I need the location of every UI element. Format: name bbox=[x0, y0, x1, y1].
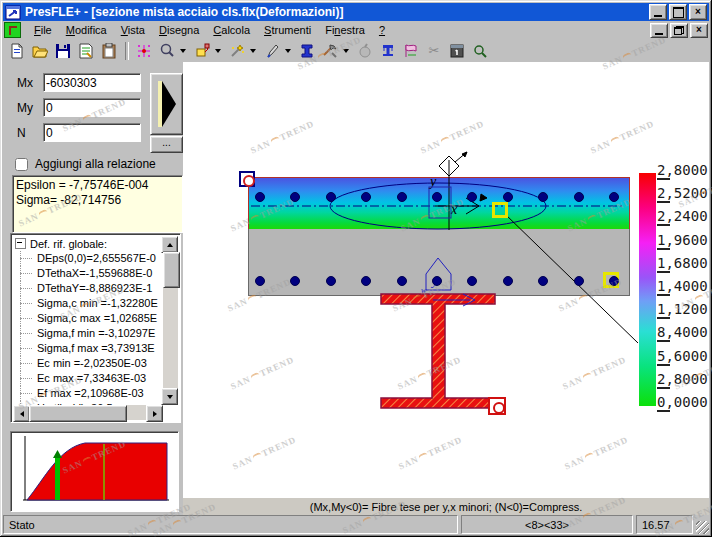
point-icon[interactable] bbox=[133, 41, 155, 61]
tree-item[interactable]: Ef max =2,10968E-03 bbox=[13, 386, 163, 401]
press-icon[interactable] bbox=[377, 41, 399, 61]
menu-item-calcola[interactable]: Calcola bbox=[206, 22, 257, 38]
cut-icon[interactable]: ✂ bbox=[423, 41, 445, 61]
zoom-icon[interactable] bbox=[156, 41, 178, 61]
arrow-left-icon bbox=[20, 411, 24, 417]
collapse-icon[interactable] bbox=[15, 238, 26, 249]
scale-tick bbox=[657, 364, 670, 366]
tree-item[interactable]: Sigma,c max =1,02685E bbox=[13, 311, 163, 326]
save-icon[interactable] bbox=[52, 41, 74, 61]
my-field[interactable] bbox=[43, 98, 141, 117]
open-icon[interactable] bbox=[29, 41, 51, 61]
selected-fiber-marker[interactable] bbox=[492, 202, 508, 218]
layers-icon[interactable] bbox=[191, 41, 213, 61]
mx-field[interactable] bbox=[43, 73, 141, 92]
pen-icon[interactable] bbox=[261, 41, 283, 61]
rebar-dot[interactable] bbox=[432, 276, 442, 286]
rebar-dot[interactable] bbox=[574, 192, 584, 202]
child-close-button[interactable]: × bbox=[690, 23, 708, 38]
window-icon[interactable] bbox=[446, 41, 468, 61]
horizontal-scrollbar[interactable] bbox=[13, 405, 163, 420]
resize-grip[interactable] bbox=[696, 521, 709, 534]
tree-item[interactable]: DTethaY=-8,886923E-1 bbox=[13, 281, 163, 296]
status-bar: Stato <8><33> 16.57 bbox=[3, 515, 709, 534]
steel-section-icon[interactable] bbox=[296, 41, 318, 61]
menu-item-disegna[interactable]: Disegna bbox=[152, 22, 206, 38]
rebar-dot[interactable] bbox=[503, 276, 513, 286]
rebar-dot[interactable] bbox=[609, 192, 619, 202]
paste-icon[interactable] bbox=[98, 41, 120, 61]
menu-item-strumenti[interactable]: Strumenti bbox=[257, 22, 318, 38]
rebar-dot[interactable] bbox=[503, 192, 513, 202]
tree-item[interactable]: Sigma,f min =-3,10297E bbox=[13, 326, 163, 341]
rebar-dot[interactable] bbox=[432, 192, 442, 202]
vertical-scrollbar[interactable] bbox=[163, 236, 178, 405]
child-restore-button[interactable] bbox=[670, 23, 688, 38]
dropdown-arrow-icon[interactable] bbox=[285, 49, 291, 53]
scale-value: 5,6000 bbox=[657, 348, 708, 364]
document-icon[interactable] bbox=[4, 22, 21, 38]
vertical-scroll-thumb[interactable] bbox=[163, 252, 180, 288]
scale-tick bbox=[657, 340, 670, 342]
max-stress-marker-circle bbox=[493, 402, 505, 414]
n-field[interactable] bbox=[43, 123, 141, 142]
menu-item-vista[interactable]: Vista bbox=[114, 22, 152, 38]
tree-item[interactable]: Ec max =7,33463E-03 bbox=[13, 371, 163, 386]
rebar-dot[interactable] bbox=[326, 276, 336, 286]
tools-icon[interactable] bbox=[319, 41, 341, 61]
rebar-dot[interactable] bbox=[397, 276, 407, 286]
calc-icon[interactable] bbox=[354, 41, 376, 61]
max-stress-marker[interactable] bbox=[488, 397, 506, 415]
rebar-dot[interactable] bbox=[609, 276, 619, 286]
find-icon[interactable] bbox=[469, 41, 491, 61]
close-button[interactable]: × bbox=[689, 4, 707, 20]
menu-item-modifica[interactable]: Modifica bbox=[59, 22, 114, 38]
tree-item[interactable]: Ec min =-2,02350E-03 bbox=[13, 356, 163, 371]
rebar-dot[interactable] bbox=[397, 192, 407, 202]
arrow-up-icon bbox=[167, 243, 173, 247]
add-to-report-checkbox[interactable] bbox=[15, 158, 28, 171]
restore-icon bbox=[674, 26, 684, 35]
tree-item[interactable]: DEps(0,0)=2,655567E-0 bbox=[13, 251, 163, 266]
wand-icon[interactable] bbox=[226, 41, 248, 61]
sketch-icon[interactable] bbox=[400, 41, 422, 61]
dropdown-arrow-icon[interactable] bbox=[180, 49, 186, 53]
tree-item[interactable]: Sigma,c min =-1,32280E bbox=[13, 296, 163, 311]
tree-item[interactable]: Sigma,f max =3,73913E bbox=[13, 341, 163, 356]
scale-tick bbox=[657, 294, 670, 296]
run-button[interactable] bbox=[150, 73, 183, 135]
n-label: N bbox=[3, 126, 43, 140]
arrow-right-icon bbox=[153, 411, 157, 417]
menu-item-[interactable]: ? bbox=[372, 22, 392, 38]
dropdown-arrow-icon[interactable] bbox=[250, 49, 256, 53]
status-cell-coords: <8><33> bbox=[461, 515, 633, 534]
menu-item-file[interactable]: File bbox=[27, 22, 59, 38]
steel-beam bbox=[381, 294, 495, 408]
maximize-button[interactable] bbox=[669, 4, 687, 20]
more-button[interactable]: ... bbox=[150, 136, 183, 153]
origin-marker[interactable] bbox=[239, 171, 255, 187]
menu-item-finestra[interactable]: Finestra bbox=[318, 22, 372, 38]
rebar-dot[interactable] bbox=[574, 276, 584, 286]
scroll-left-button[interactable] bbox=[13, 405, 30, 422]
tree-item[interactable]: DTethaX=-1,559688E-0 bbox=[13, 266, 163, 281]
scroll-right-button[interactable] bbox=[146, 405, 163, 422]
tree-root[interactable]: Def. rif. globale: bbox=[13, 236, 163, 251]
rebar-dot[interactable] bbox=[255, 276, 265, 286]
dropdown-arrow-icon[interactable] bbox=[215, 49, 221, 53]
left-panel: Mx My N ... Aggiungi alla relazione Epsi… bbox=[3, 62, 183, 515]
new-icon[interactable] bbox=[6, 41, 28, 61]
dropdown-arrow-icon[interactable] bbox=[343, 49, 349, 53]
scroll-down-button[interactable] bbox=[161, 388, 178, 405]
rebar-dot[interactable] bbox=[326, 192, 336, 202]
child-minimize-button[interactable] bbox=[650, 23, 668, 38]
minimize-button[interactable] bbox=[649, 4, 667, 20]
section-canvas: y x y w 2,80002,52002,24001,96001,68001,… bbox=[183, 62, 709, 498]
scale-value: 2,8000 bbox=[657, 371, 708, 387]
horizontal-scroll-thumb[interactable] bbox=[29, 405, 127, 422]
stress-strain-chart bbox=[10, 431, 179, 512]
mx-label: Mx bbox=[3, 76, 43, 90]
rebar-dot[interactable] bbox=[255, 192, 265, 202]
report-icon[interactable] bbox=[75, 41, 97, 61]
scroll-up-button[interactable] bbox=[161, 236, 178, 253]
